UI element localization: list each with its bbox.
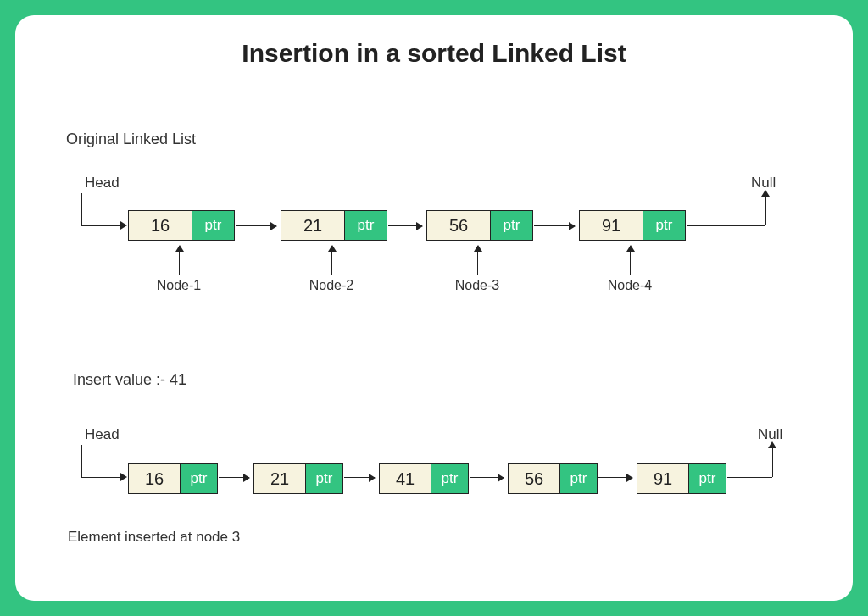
arrow-icon (236, 225, 276, 226)
insert-prompt: Insert value :- 41 (73, 371, 186, 389)
uparrow-icon (477, 246, 478, 275)
node-value: 91 (580, 211, 643, 240)
node-1-label: Node-1 (157, 278, 201, 293)
head-label-1: Head (85, 175, 120, 191)
uparrow-icon (179, 246, 180, 275)
arrow-icon (598, 477, 632, 478)
node-value: 56 (509, 464, 559, 493)
arrow-tail-2 (727, 477, 737, 478)
node-value: 21 (254, 464, 305, 493)
node-1: 16 ptr (128, 210, 235, 241)
page-title: Insertion in a sorted Linked List (15, 39, 853, 68)
node-ptr: ptr (180, 464, 217, 493)
rnode-4: 56 ptr (508, 463, 598, 494)
node-ptr: ptr (688, 464, 726, 493)
node-ptr: ptr (305, 464, 342, 493)
node-3-label: Node-3 (455, 278, 499, 293)
rnode-1: 16 ptr (128, 463, 218, 494)
uparrow-icon (630, 246, 631, 275)
node-ptr: ptr (643, 211, 685, 240)
node-ptr: ptr (490, 211, 532, 240)
rnode-5: 91 ptr (637, 463, 726, 494)
diagram-panel: Insertion in a sorted Linked List Origin… (15, 15, 853, 601)
node-ptr: ptr (192, 211, 234, 240)
node-ptr: ptr (431, 464, 468, 493)
result-note: Element inserted at node 3 (68, 529, 240, 546)
section-original-label: Original Linked List (66, 130, 196, 148)
uparrow-icon (331, 246, 332, 275)
arrow-icon (219, 477, 249, 478)
node-2-label: Node-2 (309, 278, 353, 293)
arrow-icon (344, 477, 375, 478)
arrow-icon (534, 225, 575, 226)
node-value: 41 (380, 464, 431, 493)
node-value: 21 (281, 211, 344, 240)
node-value: 56 (427, 211, 490, 240)
null-label-2: Null (758, 426, 782, 443)
node-3: 56 ptr (426, 210, 533, 241)
node-value: 16 (129, 464, 180, 493)
node-4-label: Node-4 (608, 278, 652, 293)
arrow-icon (388, 225, 422, 226)
node-value: 16 (129, 211, 192, 240)
arrow-icon (470, 477, 504, 478)
node-ptr: ptr (559, 464, 597, 493)
head-label-2: Head (85, 426, 120, 443)
node-4: 91 ptr (579, 210, 686, 241)
arrow-tail-1 (687, 225, 721, 226)
rnode-2: 21 ptr (253, 463, 343, 494)
rnode-3: 41 ptr (379, 463, 469, 494)
node-value: 91 (637, 464, 688, 493)
outer-frame: Insertion in a sorted Linked List Origin… (0, 0, 868, 616)
null-label-1: Null (751, 175, 776, 191)
node-2: 21 ptr (281, 210, 387, 241)
node-ptr: ptr (344, 211, 387, 240)
